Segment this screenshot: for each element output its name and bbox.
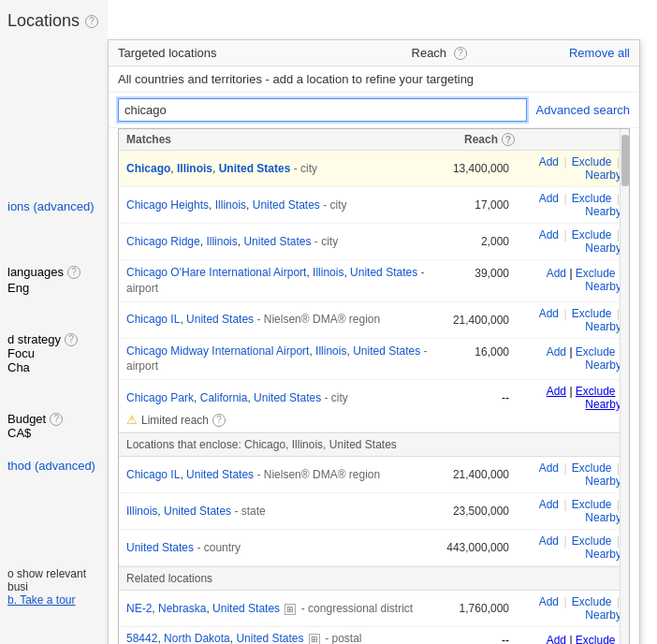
bid-help-icon[interactable]: ? bbox=[65, 333, 78, 346]
remove-all-link[interactable]: Remove all bbox=[569, 46, 630, 60]
exclude-dma[interactable]: Exclude bbox=[572, 307, 612, 320]
limited-reach-text-park: Limited reach bbox=[141, 414, 209, 427]
advanced-link[interactable]: ions (advanced) bbox=[7, 199, 100, 213]
add-dma[interactable]: Add bbox=[539, 307, 559, 320]
result-reach-chicago: 13,400,000 bbox=[434, 162, 509, 175]
reach-park: -- bbox=[434, 391, 509, 404]
nearby-ohare[interactable]: Nearby bbox=[585, 280, 621, 293]
targeted-label: Targeted locations bbox=[118, 46, 217, 60]
add-ohare[interactable]: Add bbox=[547, 267, 566, 280]
sep1: | bbox=[561, 155, 570, 168]
rn-ch: Chicago Heights bbox=[126, 198, 209, 212]
nearby-ridge[interactable]: Nearby bbox=[585, 242, 621, 255]
budget-label: Budget bbox=[7, 412, 46, 426]
nearby-heights[interactable]: Nearby bbox=[585, 205, 621, 218]
exclude-ne2[interactable]: Exclude bbox=[572, 595, 612, 608]
nearby-us[interactable]: Nearby bbox=[585, 548, 621, 561]
add-ridge[interactable]: Add bbox=[539, 228, 559, 242]
locations-help-icon[interactable]: ? bbox=[85, 15, 98, 28]
add-chicago[interactable]: Add bbox=[539, 155, 559, 168]
rel-ne2[interactable]: NE-2, Nebraska, United States ⊞ - congre… bbox=[119, 591, 629, 627]
method-label[interactable]: thod (advanced) bbox=[7, 459, 100, 473]
limited-reach-help-park[interactable]: ? bbox=[212, 414, 226, 427]
col-reach-header: Reach bbox=[423, 133, 498, 146]
result-sep1: , bbox=[170, 162, 177, 175]
result-name-us1: United States bbox=[219, 162, 291, 175]
result-chicago-heights[interactable]: Chicago Heights, Illinois, United States… bbox=[119, 187, 629, 224]
add-park[interactable]: Add bbox=[547, 385, 566, 398]
all-countries-text: All countries and territories - add a lo… bbox=[118, 72, 474, 86]
exclude-midway[interactable]: Exclude bbox=[576, 345, 616, 359]
result-name-chicago: Chicago bbox=[126, 162, 170, 175]
result-midway[interactable]: Chicago Midway International Airport, Il… bbox=[119, 339, 629, 381]
languages-label: languages bbox=[7, 265, 64, 279]
nearby-dma[interactable]: Nearby bbox=[585, 320, 621, 333]
encloses-header: Locations that enclose: Chicago, Illinoi… bbox=[119, 432, 629, 457]
nearby-midway[interactable]: Nearby bbox=[585, 359, 621, 372]
location-search-input[interactable] bbox=[118, 98, 527, 122]
bottom-link[interactable]: b. Take a tour bbox=[7, 593, 76, 607]
warning-icon-park: ⚠ bbox=[126, 413, 138, 427]
bid-label: d strategy bbox=[7, 332, 61, 346]
rel-58442[interactable]: 58442, North Dakota, United States ⊞ - p… bbox=[119, 627, 629, 644]
col-matches-header: Matches bbox=[126, 133, 423, 146]
result-chicago-ridge[interactable]: Chicago Ridge, Illinois, United States -… bbox=[119, 224, 629, 260]
result-type-chicago: - city bbox=[294, 162, 317, 175]
bid-sub: Cha bbox=[7, 360, 100, 374]
rn-il2: Illinois bbox=[215, 198, 246, 212]
bottom-text: o show relevant busi bbox=[7, 567, 100, 593]
reach-col-label: Reach bbox=[412, 46, 447, 60]
related-header: Related locations bbox=[119, 566, 629, 591]
budget-help-icon[interactable]: ? bbox=[50, 413, 63, 426]
budget-value: CA$ bbox=[7, 426, 100, 440]
locations-title: Locations bbox=[7, 11, 80, 31]
result-chicago-park[interactable]: Chicago Park, California, United States … bbox=[119, 380, 629, 432]
enc-illinois[interactable]: Illinois, United States - state 23,500,0… bbox=[119, 493, 629, 530]
result-chicago-dma[interactable]: Chicago IL, United States - Nielsen® DMA… bbox=[119, 302, 629, 339]
result-sep2: , bbox=[212, 162, 219, 175]
add-ne2[interactable]: Add bbox=[539, 595, 559, 608]
result-chicago-il[interactable]: Chicago, Illinois, United States - city … bbox=[119, 151, 629, 187]
nearby-ne2[interactable]: Nearby bbox=[585, 608, 621, 622]
reach-heights: 17,000 bbox=[434, 198, 509, 212]
add-illinois[interactable]: Add bbox=[539, 498, 559, 511]
add-us[interactable]: Add bbox=[539, 534, 559, 548]
enc-chicago-il[interactable]: Chicago IL, United States - Nielsen® DMA… bbox=[119, 457, 629, 493]
exclude-ridge[interactable]: Exclude bbox=[572, 228, 612, 242]
exclude-illinois[interactable]: Exclude bbox=[572, 498, 612, 511]
result-name-illinois: Illinois bbox=[177, 162, 212, 175]
exclude-ohare[interactable]: Exclude bbox=[576, 267, 616, 280]
enc-us[interactable]: United States - country 443,000,000 Add … bbox=[119, 530, 629, 566]
add-enc-dma[interactable]: Add bbox=[539, 461, 559, 475]
exclude-us[interactable]: Exclude bbox=[572, 534, 612, 548]
reach-help-icon[interactable]: ? bbox=[454, 47, 467, 60]
exclude-park[interactable]: Exclude bbox=[576, 385, 616, 398]
nearby-enc-dma[interactable]: Nearby bbox=[585, 475, 621, 488]
nearby-chicago[interactable]: Nearby bbox=[585, 168, 621, 182]
map-icon-58442: ⊞ bbox=[309, 634, 320, 644]
languages-value: Eng bbox=[7, 281, 29, 295]
exclude-heights[interactable]: Exclude bbox=[572, 192, 612, 205]
bid-value: Focu bbox=[7, 346, 100, 360]
exclude-58442[interactable]: Exclude bbox=[576, 634, 616, 644]
nearby-illinois[interactable]: Nearby bbox=[585, 511, 621, 524]
col-reach-help[interactable]: ? bbox=[502, 133, 515, 146]
rn-us2: United States bbox=[253, 198, 320, 212]
add-heights[interactable]: Add bbox=[539, 192, 559, 205]
exclude-chicago[interactable]: Exclude bbox=[572, 155, 612, 168]
result-actions-chicago: Add | Exclude | Nearby bbox=[509, 155, 621, 182]
exclude-enc-dma[interactable]: Exclude bbox=[572, 461, 612, 475]
languages-help-icon[interactable]: ? bbox=[67, 266, 80, 279]
map-icon-ne2: ⊞ bbox=[285, 604, 296, 615]
add-midway[interactable]: Add bbox=[547, 345, 566, 359]
nearby-park[interactable]: Nearby bbox=[585, 398, 621, 411]
advanced-search-link[interactable]: Advanced search bbox=[536, 103, 630, 117]
add-58442[interactable]: Add bbox=[547, 634, 566, 644]
result-ohare[interactable]: Chicago O'Hare International Airport, Il… bbox=[119, 260, 629, 302]
